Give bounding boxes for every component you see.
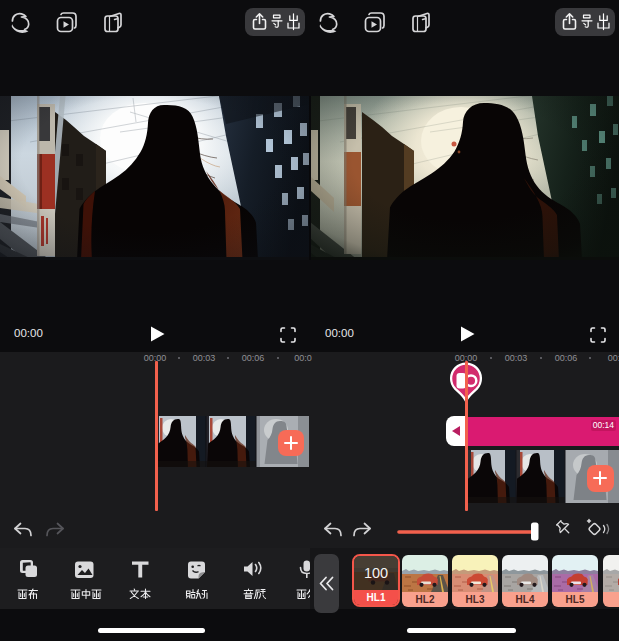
svg-text:HL4: HL4 <box>516 594 535 605</box>
svg-text:HL2: HL2 <box>416 594 435 605</box>
svg-text:HL1: HL1 <box>367 592 386 603</box>
svg-text:HL3: HL3 <box>466 594 485 605</box>
svg-text:100: 100 <box>364 565 388 581</box>
svg-text:HL5: HL5 <box>566 594 585 605</box>
